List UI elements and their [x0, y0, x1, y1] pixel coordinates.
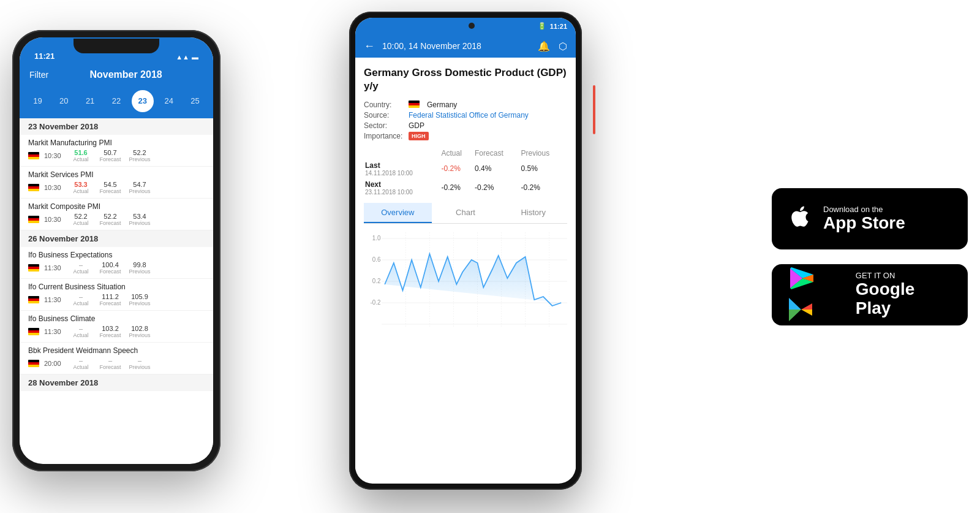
filter-label[interactable]: Filter [29, 70, 48, 80]
meta-row-importance: Importance: HIGH [364, 132, 567, 140]
cal-day-25[interactable]: 25 [184, 90, 206, 112]
iphone-header: Filter November 2018 [20, 64, 213, 88]
tab-history[interactable]: History [499, 203, 567, 223]
next-date: 23.11.2018 10:00 [365, 189, 440, 196]
svg-marker-17 [789, 298, 801, 310]
forecast-val-7: – [99, 357, 121, 364]
th-forecast: Forecast [475, 149, 519, 159]
event-row-markit-mfg: 10:30 51.6 Actual 50.7 Forecast 52.2 [28, 149, 205, 162]
event-row-markit-comp: 10:30 52.2 Actual 52.2 Forecast 53.4 [28, 213, 205, 226]
meta-importance-label: Importance: [364, 132, 404, 140]
data-row-last: Last 14.11.2018 10:00 -0.2% 0.4% 0.5% [365, 160, 566, 178]
event-markit-services[interactable]: Markit Services PMI 10:30 53.3 Actual 54… [20, 167, 213, 199]
flag-de-6 [28, 328, 39, 335]
actual-val-4: – [70, 261, 92, 268]
previous-col-7: – Previous [127, 357, 152, 370]
event-row-bbk: 20:00 – Actual – Forecast – P [28, 357, 205, 370]
apple-icon [786, 203, 813, 234]
flag-de-1 [28, 152, 39, 159]
actual-col-7: – Actual [69, 357, 93, 370]
event-row-ifo-exp: 11:30 – Actual 100.4 Forecast 99.8 [28, 261, 205, 275]
event-ifo-expectations[interactable]: Ifo Business Expectations 11:30 – Actual… [20, 247, 213, 279]
last-forecast: 0.4% [475, 160, 519, 178]
iphone-notch [74, 39, 159, 53]
event-markit-manufacturing[interactable]: Markit Manufacturing PMI 10:30 51.6 Actu… [20, 135, 213, 167]
appstore-button[interactable]: Download on the App Store [772, 188, 968, 249]
chart-area: 1.0 0.6 0.2 -0.2 [364, 226, 567, 336]
previous-col-1: 52.2 Previous [127, 149, 152, 162]
forecast-col-5: 111.2 Forecast [98, 293, 123, 306]
data-row-next: Next 23.11.2018 10:00 -0.2% -0.2% -0.2% [365, 179, 566, 197]
actual-col-2: 53.3 Actual [69, 181, 93, 194]
svg-text:0.2: 0.2 [372, 278, 381, 284]
android-statusbar: 🔋 11:21 [355, 18, 576, 35]
last-label: Last [365, 161, 440, 170]
previous-val-5: 105.9 [129, 293, 151, 300]
gdp-title: Germany Gross Domestic Product (GDP) y/y [364, 66, 567, 93]
iphone-wrapper: 11:21 ▲▲ ▬ Filter November 2018 19 20 [12, 30, 245, 496]
iphone-time: 11:21 [34, 51, 55, 61]
cal-day-19[interactable]: 19 [26, 90, 48, 112]
importance-badge: HIGH [409, 132, 429, 140]
forecast-col-3v: 52.2 [99, 213, 121, 220]
th-previous: Previous [521, 149, 567, 159]
event-time-1: 10:30 [44, 152, 64, 159]
forecast-val-5: 111.2 [99, 293, 121, 300]
data-table: Actual Forecast Previous Last 14.11.2018… [364, 148, 567, 198]
meta-source-val[interactable]: Federal Statistical Office of Germany [409, 111, 529, 120]
svg-marker-19 [801, 310, 812, 316]
section-header-28nov: 28 November 2018 [20, 374, 213, 391]
chart-svg: 1.0 0.6 0.2 -0.2 [364, 226, 567, 336]
iphone-events-list: 23 November 2018 Markit Manufacturing PM… [20, 118, 213, 459]
android-back-button[interactable]: ← [364, 40, 375, 53]
previous-col-4: 99.8 Previous [127, 261, 152, 275]
forecast-val-1: 50.7 [99, 149, 121, 156]
cal-day-23[interactable]: 23 [132, 90, 154, 112]
googleplay-button[interactable]: GET IT ON Google Play [772, 264, 968, 325]
event-markit-composite[interactable]: Markit Composite PMI 10:30 52.2 Actual 5… [20, 199, 213, 230]
cal-day-20[interactable]: 20 [53, 90, 75, 112]
previous-val-6: 102.8 [129, 325, 151, 332]
previous-col-5: 105.9 Previous [127, 293, 152, 306]
android-red-strip [593, 85, 595, 134]
event-bbk[interactable]: Bbk President Weidmann Speech 20:00 – Ac… [20, 343, 213, 374]
event-title-markit-mfg: Markit Manufacturing PMI [28, 139, 205, 147]
tab-overview[interactable]: Overview [364, 203, 432, 223]
googleplay-main: Google Play [856, 280, 953, 318]
tab-chart[interactable]: Chart [432, 203, 500, 223]
next-forecast: -0.2% [475, 179, 519, 197]
cal-day-22[interactable]: 22 [105, 90, 127, 112]
forecast-val-6: 103.2 [99, 325, 121, 332]
forecast-col-4: 100.4 Forecast [98, 261, 123, 275]
event-ifo-climate[interactable]: Ifo Business Climate 11:30 – Actual 103.… [20, 311, 213, 343]
svg-text:1.0: 1.0 [372, 235, 381, 241]
previous-val-3: 53.4 [129, 213, 151, 220]
previous-val-7: – [129, 357, 151, 364]
event-row-ifo-cli: 11:30 – Actual 103.2 Forecast 102.8 [28, 325, 205, 338]
actual-col-6: – Actual [69, 325, 93, 338]
cal-day-24[interactable]: 24 [158, 90, 180, 112]
android-bell-icon[interactable]: 🔔 [538, 40, 550, 52]
event-time-3: 10:30 [44, 216, 64, 223]
event-time-6: 11:30 [44, 328, 64, 335]
flag-de-android [409, 101, 420, 108]
previous-val-4: 99.8 [129, 261, 151, 268]
appstore-main: App Store [823, 214, 905, 233]
cal-day-21[interactable]: 21 [79, 90, 101, 112]
actual-val-1: 51.6 [70, 149, 92, 156]
android-time-val: 11:21 [550, 23, 567, 30]
actual-val-3: 52.2 [70, 213, 92, 220]
forecast-col-3: 52.2 Forecast [98, 213, 123, 226]
meta-table: Country: Germany Source: Federal Statist… [364, 101, 567, 140]
next-label: Next [365, 180, 440, 189]
last-previous: 0.5% [521, 160, 567, 178]
event-title-ifo-cli: Ifo Business Climate [28, 314, 205, 323]
appstore-sub: Download on the [823, 205, 905, 214]
play-icon [786, 264, 846, 326]
android-camera [469, 23, 475, 29]
th-empty [365, 149, 440, 159]
android-share-icon[interactable]: ⬡ [559, 40, 567, 52]
section-header-26nov: 26 November 2018 [20, 230, 213, 247]
section-header-23nov: 23 November 2018 [20, 118, 213, 135]
event-ifo-current[interactable]: Ifo Current Business Situation 11:30 – A… [20, 279, 213, 311]
